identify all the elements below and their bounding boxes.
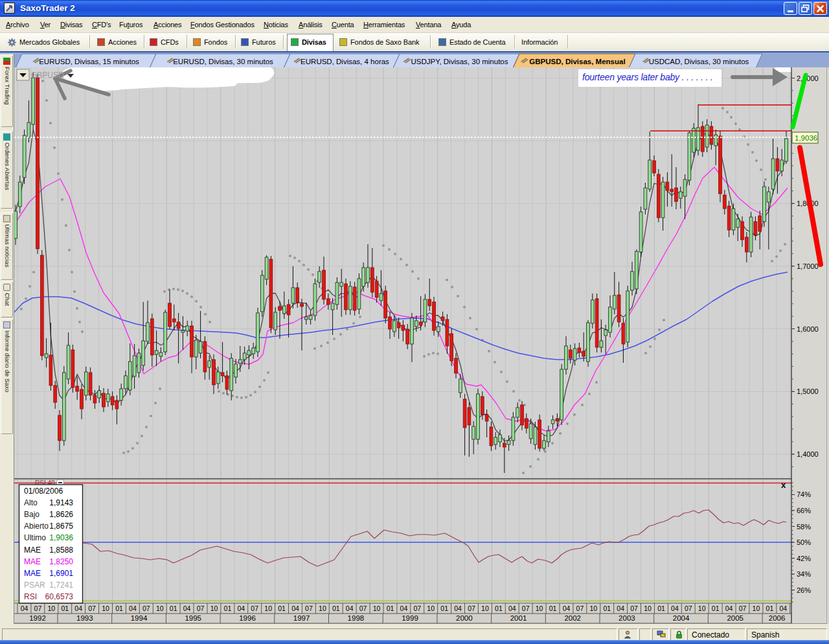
svg-text:1994: 1994	[131, 614, 148, 622]
svg-text:07: 07	[251, 604, 258, 612]
svg-text:10: 10	[102, 604, 109, 612]
svg-text:66%: 66%	[797, 507, 811, 514]
svg-text:34%: 34%	[797, 570, 811, 578]
svg-text:10: 10	[427, 604, 435, 612]
svg-text:04: 04	[183, 604, 191, 612]
svg-text:1995: 1995	[185, 614, 201, 622]
svg-text:01/08/2006: 01/08/2006	[24, 487, 63, 496]
svg-text:10: 10	[210, 604, 218, 612]
svg-text:04: 04	[291, 604, 299, 612]
svg-text:04: 04	[400, 604, 408, 612]
svg-text:01: 01	[170, 604, 177, 612]
svg-text:10: 10	[536, 604, 543, 612]
svg-text:10: 10	[47, 604, 55, 612]
svg-text:2003: 2003	[619, 614, 635, 622]
svg-text:01: 01	[387, 604, 394, 612]
svg-text:07: 07	[685, 604, 692, 612]
svg-text:10: 10	[589, 604, 597, 612]
svg-text:04: 04	[129, 604, 137, 612]
svg-text:1,8588: 1,8588	[49, 546, 73, 555]
svg-text:1996: 1996	[239, 614, 256, 622]
svg-text:04: 04	[725, 604, 733, 612]
svg-text:07: 07	[576, 604, 584, 612]
svg-text:04: 04	[237, 604, 245, 612]
svg-text:01: 01	[224, 604, 232, 612]
svg-text:01: 01	[115, 604, 123, 612]
svg-text:04: 04	[671, 604, 679, 612]
svg-text:1992: 1992	[29, 614, 46, 622]
svg-text:04: 04	[779, 604, 787, 612]
svg-text:42%: 42%	[797, 555, 811, 562]
svg-text:07: 07	[630, 604, 638, 612]
svg-text:58%: 58%	[797, 523, 811, 531]
svg-text:04: 04	[74, 604, 82, 612]
svg-text:1,7241: 1,7241	[49, 581, 73, 590]
svg-text:MAE: MAE	[24, 569, 41, 578]
svg-text:2005: 2005	[727, 614, 744, 622]
svg-text:04: 04	[346, 604, 354, 612]
svg-text:07: 07	[739, 604, 747, 612]
svg-text:04: 04	[21, 604, 28, 612]
svg-text:07: 07	[142, 604, 150, 612]
svg-text:EURUSD, Divisas, 4 horas: EURUSD, Divisas, 4 horas	[301, 58, 389, 65]
svg-text:10: 10	[156, 604, 164, 612]
svg-text:07: 07	[88, 604, 96, 612]
svg-text:1,9036: 1,9036	[49, 533, 73, 542]
svg-text:1997: 1997	[293, 614, 310, 622]
svg-text:74%: 74%	[797, 490, 811, 498]
svg-text:01: 01	[332, 604, 340, 612]
svg-text:USDCAD, Divisas, 30 minutos: USDCAD, Divisas, 30 minutos	[649, 58, 749, 65]
svg-text:10: 10	[481, 604, 489, 612]
svg-text:EURUSD, Divisas, 30 minutos: EURUSD, Divisas, 30 minutos	[173, 58, 273, 65]
svg-text:07: 07	[34, 604, 42, 612]
svg-text:1,5000: 1,5000	[797, 387, 819, 395]
svg-text:07: 07	[197, 604, 205, 612]
svg-text:26%: 26%	[797, 586, 811, 594]
svg-text:07: 07	[468, 604, 475, 612]
svg-text:2002: 2002	[564, 614, 581, 622]
svg-text:04: 04	[508, 604, 516, 612]
svg-text:2004: 2004	[673, 614, 690, 622]
svg-text:04: 04	[563, 604, 571, 612]
svg-text:1,8675: 1,8675	[49, 522, 73, 531]
svg-text:EURUSD, Divisas, 15 minutos: EURUSD, Divisas, 15 minutos	[39, 58, 139, 65]
svg-text:1,9036: 1,9036	[795, 134, 817, 142]
svg-text:1998: 1998	[348, 614, 365, 622]
svg-text:1,9143: 1,9143	[49, 498, 73, 507]
svg-text:01: 01	[440, 604, 448, 612]
svg-text:10: 10	[373, 604, 381, 612]
svg-text:2001: 2001	[510, 614, 527, 622]
svg-text:Abierto: Abierto	[24, 522, 49, 531]
svg-text:x: x	[781, 480, 786, 490]
svg-text:GBPUSD, Divisas, Mensual: GBPUSD, Divisas, Mensual	[529, 58, 625, 65]
svg-text:07: 07	[522, 604, 530, 612]
svg-text:Ultimo: Ultimo	[24, 533, 46, 542]
svg-text:1993: 1993	[76, 614, 93, 622]
svg-text:1,8250: 1,8250	[49, 557, 73, 566]
svg-text:01: 01	[657, 604, 665, 612]
svg-text:1,4000: 1,4000	[797, 450, 819, 458]
svg-text:2000: 2000	[456, 614, 473, 622]
svg-text:2006: 2006	[769, 614, 786, 622]
svg-text:PSAR: PSAR	[24, 581, 45, 590]
svg-text:Alto: Alto	[24, 498, 38, 507]
svg-text:60,6573: 60,6573	[45, 592, 74, 601]
svg-text:50%: 50%	[797, 538, 811, 546]
svg-text:01: 01	[712, 604, 720, 612]
svg-text:04: 04	[617, 604, 624, 612]
svg-text:01: 01	[603, 604, 611, 612]
svg-text:01: 01	[766, 604, 774, 612]
svg-text:10: 10	[753, 604, 760, 612]
svg-text:USDJPY, Divisas, 30 minutos: USDJPY, Divisas, 30 minutos	[411, 58, 508, 65]
svg-text:07: 07	[359, 604, 367, 612]
svg-text:01: 01	[278, 604, 286, 612]
svg-text:1,6901: 1,6901	[49, 569, 73, 578]
svg-text:MAE: MAE	[24, 557, 41, 566]
svg-text:1,8626: 1,8626	[49, 510, 73, 519]
svg-text:fourteen years later baby . .: fourteen years later baby . . . . . . .	[582, 72, 713, 82]
svg-text:01: 01	[61, 604, 69, 612]
svg-text:01: 01	[549, 604, 557, 612]
svg-text:Bajo: Bajo	[24, 510, 40, 519]
svg-text:1,6000: 1,6000	[797, 325, 819, 333]
svg-text:10: 10	[319, 604, 326, 612]
